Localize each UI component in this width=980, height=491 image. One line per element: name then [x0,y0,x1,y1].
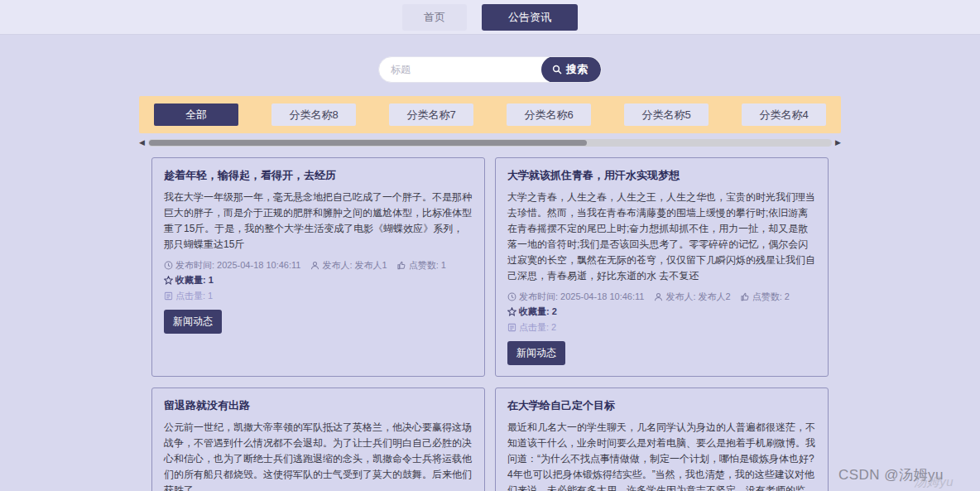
publish-time: 发布时间: 2025-04-18 10:46:11 [164,259,300,272]
news-card-grid: 趁着年轻，输得起，看得开，去经历 我在大学一年级那一年，毫无悬念地把自己吃成了一… [151,157,829,491]
card-meta: 发布时间: 2025-04-18 10:46:11 发布人: 发布人1 点赞数:… [164,259,473,286]
card-title: 留退路就没有出路 [164,398,473,413]
category-4[interactable]: 分类名称4 [742,103,826,126]
like-icon [397,261,406,270]
tab-home[interactable]: 首页 [402,4,467,31]
card-body: 大学之青春，人生之春，人生之王，人生之华也，宝贵的时光我们理当去珍惜。然而，当我… [507,190,816,284]
watermark: CSDN @汤姆yu 汤姆yu [838,465,944,484]
user-icon [310,261,319,270]
tab-announcements[interactable]: 公告资讯 [482,4,578,31]
click-count: 点击量: 1 [164,290,473,302]
views-icon [164,291,173,301]
clock-icon [507,292,516,301]
card-body: 最近和几名大一的学生聊天，几名同学认为身边的人普遍都很迷茫，不知道该干什么，业余… [507,420,816,491]
search-input[interactable] [379,57,541,82]
favorite-count[interactable]: 收藏量: 1 [164,274,214,286]
like-icon [741,292,750,301]
search-button[interactable]: 搜索 [541,56,601,83]
star-icon [164,276,173,285]
card-body: 我在大学一年级那一年，毫无悬念地把自己吃成了一个胖子。不是那种巨大的胖子，而是介… [164,190,473,253]
search-bar: 搜索 [0,56,980,83]
search-button-label: 搜索 [566,62,588,77]
publish-time: 发布时间: 2025-04-18 10:46:11 [507,291,644,303]
category-scrollbar: ◀ ▶ [139,137,841,147]
news-card: 趁着年轻，输得起，看得开，去经历 我在大学一年级那一年，毫无悬念地把自己吃成了一… [151,157,485,377]
like-count[interactable]: 点赞数: 2 [741,291,790,303]
publisher: 发布人: 发布人1 [310,259,387,272]
category-5[interactable]: 分类名称5 [624,103,709,126]
search-box: 搜索 [378,56,602,83]
scrollbar-thumb[interactable] [149,140,587,146]
clock-icon [164,261,173,270]
click-count: 点击量: 2 [507,321,816,334]
category-6[interactable]: 分类名称6 [507,103,591,126]
user-icon [654,292,663,301]
publisher: 发布人: 发布人2 [654,291,730,303]
news-tag-button[interactable]: 新闻动态 [164,310,222,334]
card-title: 在大学给自己定个目标 [507,398,816,413]
star-icon [507,307,516,316]
scrollbar-track[interactable] [148,139,832,147]
category-all[interactable]: 全部 [154,103,238,126]
category-8[interactable]: 分类名称8 [271,103,356,126]
card-meta: 发布时间: 2025-04-18 10:46:11 发布人: 发布人2 点赞数:… [507,291,816,318]
news-card: 大学就该抓住青春，用汗水实现梦想 大学之青春，人生之春，人生之王，人生之华也，宝… [495,157,829,377]
watermark-ghost: 汤姆yu [914,474,954,490]
news-card: 在大学给自己定个目标 最近和几名大一的学生聊天，几名同学认为身边的人普遍都很迷茫… [495,388,829,491]
news-card: 留退路就没有出路 公元前一世纪，凯撒大帝率领的军队抵达了英格兰，他决心要赢得这场… [151,388,485,491]
card-title: 大学就该抓住青春，用汗水实现梦想 [507,168,816,183]
scroll-left-arrow[interactable]: ◀ [139,139,145,147]
card-title: 趁着年轻，输得起，看得开，去经历 [164,168,473,183]
category-bar: 全部 分类名称8 分类名称7 分类名称6 分类名称5 分类名称4 [139,96,841,133]
favorite-count[interactable]: 收藏量: 2 [507,306,557,318]
card-body: 公元前一世纪，凯撒大帝率领的军队抵达了英格兰，他决心要赢得这场战争，不管遇到什么… [164,420,473,491]
scroll-right-arrow[interactable]: ▶ [835,139,841,147]
top-nav: 首页 公告资讯 [0,0,980,35]
news-tag-button[interactable]: 新闻动态 [507,341,565,365]
like-count[interactable]: 点赞数: 1 [397,259,446,272]
views-icon [507,323,516,332]
category-7[interactable]: 分类名称7 [389,103,473,126]
search-icon [552,65,562,75]
